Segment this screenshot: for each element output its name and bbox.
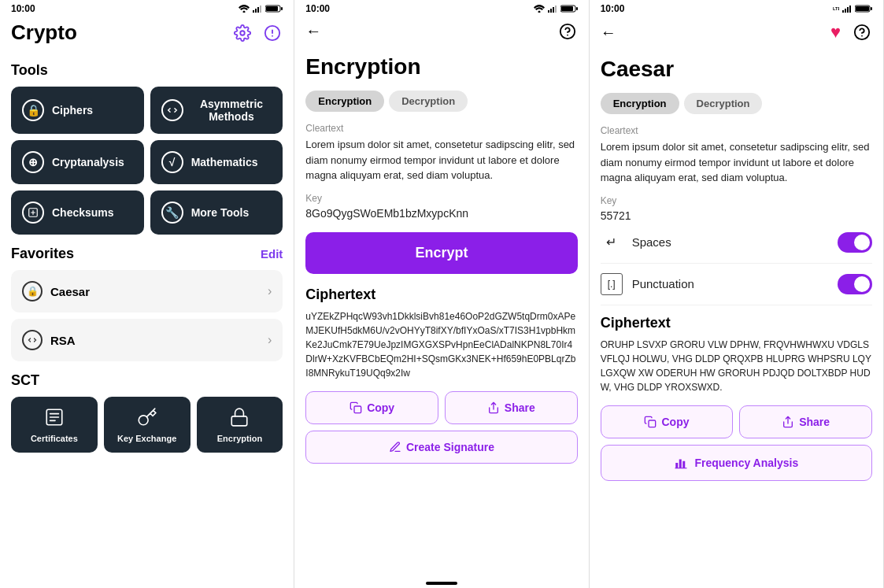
signature-icon	[389, 441, 401, 453]
heart-button[interactable]: ♥	[829, 20, 842, 44]
punctuation-toggle[interactable]	[838, 274, 872, 294]
sct-certificates[interactable]: Certificates	[11, 397, 98, 453]
tab-encryption[interactable]: Encryption	[305, 91, 384, 112]
copy-label-enc: Copy	[367, 401, 394, 414]
copy-button-enc[interactable]: Copy	[305, 391, 438, 424]
svg-rect-15	[548, 10, 549, 13]
header-enc: ←	[294, 16, 588, 48]
share-icon-caesar	[782, 416, 794, 428]
edit-favorites-button[interactable]: Edit	[261, 247, 283, 261]
heart-icon: ♥	[830, 22, 841, 43]
header-main: Crypto	[0, 16, 294, 51]
more-tools-label: More Tools	[191, 206, 250, 219]
status-icons-enc	[534, 5, 578, 13]
checksums-icon	[22, 202, 44, 224]
signal-icon-caesar	[842, 5, 852, 13]
svg-rect-36	[676, 463, 679, 468]
svg-rect-17	[553, 7, 554, 13]
encryption-tabs: Encryption Decryption	[305, 91, 577, 112]
panel-encryption: 10:00 ←	[294, 0, 589, 588]
share-button-enc[interactable]: Share	[445, 391, 578, 424]
share-button-caesar[interactable]: Share	[739, 405, 872, 438]
tool-ciphers[interactable]: 🔒 Ciphers	[11, 87, 144, 134]
caesar-action-row: Copy Share	[601, 405, 872, 438]
tool-more-tools[interactable]: 🔧 More Tools	[150, 190, 283, 235]
ciphers-label: Ciphers	[52, 104, 93, 116]
svg-rect-21	[576, 7, 578, 10]
status-bar-caesar: 10:00 LTE	[590, 0, 883, 16]
help-button-caesar[interactable]	[852, 22, 872, 43]
tools-grid: 🔒 Ciphers Asymmetric Methods ⊕ Cryptanal…	[11, 87, 283, 235]
enc-action-row: Copy Share	[305, 391, 577, 424]
info-button[interactable]	[262, 23, 283, 43]
caesar-page-title: Caesar	[601, 57, 872, 82]
tool-asymmetric[interactable]: Asymmetric Methods	[150, 87, 283, 134]
chart-icon	[674, 456, 688, 470]
app-title: Crypto	[11, 20, 77, 45]
svg-rect-32	[871, 7, 872, 10]
spaces-toggle[interactable]	[838, 232, 872, 253]
key-label-caesar: Key	[601, 195, 872, 206]
battery-icon-caesar	[855, 5, 872, 13]
help-button-enc[interactable]	[557, 21, 578, 42]
status-bar-enc: 10:00	[294, 0, 588, 16]
rsa-fav-label: RSA	[50, 334, 76, 347]
punctuation-toggle-row: [.] Punctuation	[601, 264, 872, 305]
sct-key-exchange[interactable]: Key Exchange	[104, 397, 190, 453]
svg-rect-3	[257, 7, 259, 13]
tool-checksums[interactable]: Checksums	[11, 190, 144, 235]
spaces-icon: ↵	[601, 231, 623, 253]
tool-cryptanalysis[interactable]: ⊕ Cryptanalysis	[11, 140, 144, 184]
back-button-enc[interactable]: ←	[305, 20, 321, 42]
cryptanalysis-label: Cryptanalysis	[52, 156, 124, 168]
panel-main: 10:00 Crypto	[0, 0, 294, 588]
sct-title: SCT	[11, 372, 283, 389]
svg-rect-1	[253, 10, 254, 13]
share-icon-enc	[487, 401, 500, 414]
tab-decryption[interactable]: Decryption	[389, 91, 468, 112]
key-value-caesar: 55721	[601, 209, 872, 222]
lte-icon: LTE	[833, 6, 839, 12]
sct-encryption[interactable]: Encryption	[197, 397, 283, 453]
tool-mathematics[interactable]: √ Mathematics	[150, 140, 283, 184]
status-icons-caesar: LTE	[833, 5, 872, 13]
svg-point-14	[538, 11, 540, 13]
tools-section-title: Tools	[11, 62, 283, 79]
mathematics-label: Mathematics	[191, 156, 258, 168]
spaces-toggle-row: ↵ Spaces	[601, 222, 872, 264]
tab-dec-caesar[interactable]: Decryption	[684, 93, 763, 114]
home-indicator-enc	[426, 582, 457, 585]
back-button-caesar[interactable]: ←	[601, 22, 616, 43]
time-enc: 10:00	[305, 3, 330, 14]
encryption-page-title: Encryption	[305, 54, 577, 80]
ciphers-icon: 🔒	[22, 99, 44, 121]
gear-button[interactable]	[232, 23, 253, 43]
svg-rect-29	[849, 6, 851, 13]
fav-rsa[interactable]: RSA ›	[11, 319, 283, 361]
sct-encryption-icon	[229, 406, 250, 427]
copy-icon-caesar	[644, 416, 657, 428]
wifi-icon-enc	[534, 5, 545, 13]
create-signature-label: Create Signature	[406, 441, 494, 453]
caesar-fav-label: Caesar	[50, 285, 90, 298]
signal-icon-enc	[548, 5, 557, 13]
svg-rect-18	[555, 6, 557, 13]
punctuation-label: Punctuation	[632, 277, 694, 290]
certificates-label: Certificates	[31, 434, 78, 443]
ciphertext-title-caesar: Ciphertext	[601, 315, 872, 331]
svg-rect-38	[683, 460, 686, 468]
cryptanalysis-icon: ⊕	[22, 151, 44, 173]
svg-rect-4	[260, 6, 261, 13]
copy-button-caesar[interactable]: Copy	[601, 405, 734, 438]
svg-text:LTE: LTE	[833, 6, 839, 11]
key-exchange-label: Key Exchange	[117, 434, 176, 443]
frequency-analysis-button[interactable]: Frequency Analysis	[601, 445, 872, 481]
checksums-label: Checksums	[52, 206, 114, 219]
fav-caesar[interactable]: 🔒 Caesar ›	[11, 270, 283, 312]
tab-enc-caesar[interactable]: Encryption	[601, 93, 679, 114]
create-signature-button[interactable]: Create Signature	[305, 431, 577, 464]
encrypt-button[interactable]: Encrypt	[305, 232, 577, 274]
battery-icon-enc	[560, 5, 578, 13]
status-bar-main: 10:00	[0, 0, 294, 16]
svg-rect-26	[842, 10, 844, 13]
